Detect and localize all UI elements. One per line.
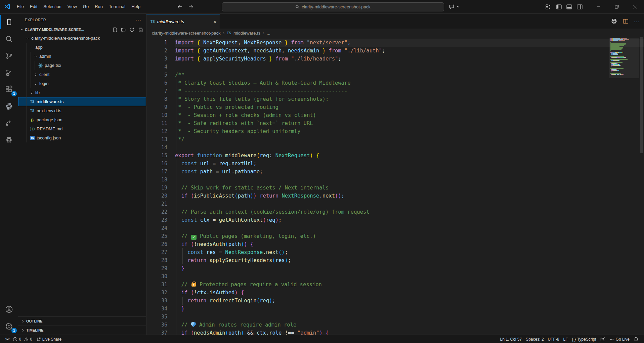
line-content[interactable]: import { NextRequest, NextResponse } fro… [175, 39, 644, 47]
tree-item-README.md[interactable]: ⓘREADME.md [18, 124, 146, 133]
tree-item-app[interactable]: app [18, 43, 146, 52]
line-content[interactable]: // Parse auth context (cookie/session/ro… [175, 208, 644, 216]
toggle-secondary-sidebar-icon[interactable] [577, 4, 583, 10]
cursor-position[interactable]: Ln 1, Col 57 [498, 337, 524, 342]
line-number[interactable]: 16 [146, 160, 167, 168]
line-content[interactable]: export function middleware(req: NextRequ… [175, 152, 644, 160]
line-content[interactable]: * - Public vs protected routing [175, 103, 644, 111]
openai-icon[interactable] [611, 18, 617, 25]
live-share-status[interactable]: Live Share [34, 335, 63, 343]
line-number[interactable]: 18 [146, 176, 167, 184]
line-number[interactable]: 8 [146, 95, 167, 103]
line-number[interactable]: 10 [146, 111, 167, 119]
line-number[interactable]: 20 [146, 192, 167, 200]
line-content[interactable]: // Protected pages require a valid sessi… [175, 281, 644, 289]
line-number[interactable]: 27 [146, 248, 167, 256]
collapse-all-icon[interactable] [138, 27, 143, 32]
explorer-icon[interactable] [0, 14, 18, 31]
line-number[interactable]: 7 [146, 87, 167, 95]
grid-icon[interactable] [598, 337, 607, 342]
line-content[interactable] [175, 200, 644, 208]
menu-view[interactable]: View [65, 0, 80, 13]
line-content[interactable]: } [175, 264, 644, 272]
line-number[interactable]: 25 [146, 232, 167, 240]
eol-selector[interactable]: LF [561, 337, 570, 342]
line-number[interactable]: 1 [146, 39, 167, 47]
close-tab-icon[interactable]: × [213, 19, 216, 25]
line-content[interactable]: // ✓ Public pages (marketing, login, etc… [175, 232, 644, 240]
openai-icon[interactable] [0, 131, 18, 148]
line-number[interactable]: 23 [146, 216, 167, 224]
code-editor[interactable]: 1import { NextRequest, NextResponse } fr… [146, 37, 644, 335]
line-content[interactable]: // Skip work for static assets / Next in… [175, 184, 644, 192]
search-big-icon[interactable] [0, 31, 18, 47]
back-arrow-icon[interactable] [177, 4, 183, 9]
breadcrumb-more[interactable]: ... [267, 31, 270, 36]
line-content[interactable]: return applySecurityHeaders(res); [175, 256, 644, 264]
line-content[interactable]: const res = NextResponse.next(); [175, 248, 644, 256]
workspace-section-header[interactable]: CLARITY-MIDDLEWARE-SCREE... [18, 26, 146, 34]
line-number[interactable]: 12 [146, 127, 167, 135]
outline-section[interactable]: OUTLINE [18, 316, 146, 326]
new-file-icon[interactable] [113, 27, 118, 32]
timeline-section[interactable]: TIMELINE [18, 326, 146, 335]
line-number[interactable]: 34 [146, 305, 167, 313]
line-content[interactable]: * - Session + role checks (admin vs clie… [175, 111, 644, 119]
customize-layout-icon[interactable] [546, 4, 551, 10]
run-debug-icon[interactable] [0, 64, 18, 81]
line-content[interactable]: if (!needsAuth(path)) { [175, 240, 644, 248]
line-content[interactable]: import { applySecurityHeaders } from "./… [175, 55, 644, 63]
line-content[interactable]: import { getAuthContext, needsAuth, need… [175, 47, 644, 55]
line-number[interactable]: 30 [146, 272, 167, 281]
minimap[interactable] [610, 38, 639, 75]
tree-item-package.json[interactable]: {}package.json [18, 115, 146, 124]
encoding[interactable]: UTF-8 [546, 337, 561, 342]
line-number[interactable]: 17 [146, 168, 167, 176]
problems-indicator[interactable]: 0 0 [11, 335, 34, 343]
menu-selection[interactable]: Selection [40, 0, 64, 13]
tree-item-admin[interactable]: admin [18, 52, 146, 61]
python-icon[interactable] [0, 98, 18, 115]
line-number[interactable]: 33 [146, 297, 167, 305]
line-number[interactable]: 11 [146, 119, 167, 127]
scrollbar-slider[interactable] [640, 37, 643, 153]
source-control-icon[interactable] [0, 47, 18, 64]
indentation[interactable]: Spaces: 2 [524, 337, 546, 342]
toggle-sidebar-icon[interactable] [556, 4, 562, 10]
menu-go[interactable]: Go [80, 0, 92, 13]
tree-item-login[interactable]: login [18, 79, 146, 88]
line-content[interactable]: if (needsAdmin(path) && ctx.role !== "ad… [175, 329, 644, 335]
tree-item-next-env.d.ts[interactable]: TSnext-env.d.ts [18, 106, 146, 115]
tree-item-client[interactable]: client [18, 70, 146, 79]
forward-arrow-icon[interactable] [188, 4, 194, 9]
line-content[interactable] [175, 143, 644, 152]
live-share-icon[interactable] [0, 115, 18, 131]
restore-icon[interactable] [608, 0, 626, 13]
toggle-panel-icon[interactable] [566, 4, 572, 10]
notifications-bell[interactable] [632, 337, 641, 342]
line-content[interactable]: return redirectToLogin(req); [175, 297, 644, 305]
line-content[interactable]: // Admin routes require admin role [175, 321, 644, 329]
line-number[interactable]: 24 [146, 224, 167, 232]
line-content[interactable] [175, 224, 644, 232]
new-folder-icon[interactable] [121, 27, 126, 32]
line-number[interactable]: 9 [146, 103, 167, 111]
line-content[interactable]: * - Security headers applied uniformly [175, 127, 644, 135]
go-live[interactable]: Go Live [607, 337, 632, 342]
line-content[interactable] [175, 63, 644, 71]
language-mode[interactable]: { } TypeScript [570, 337, 598, 342]
line-number[interactable]: 32 [146, 289, 167, 297]
accounts-icon[interactable] [0, 301, 18, 318]
line-number[interactable]: 21 [146, 200, 167, 208]
line-content[interactable]: * - Safe redirects with `next=` return U… [175, 119, 644, 127]
line-content[interactable] [175, 313, 644, 321]
line-number[interactable]: 2 [146, 47, 167, 55]
tree-item-tsconfig.json[interactable]: TStsconfig.json [18, 133, 146, 142]
split-editor-icon[interactable] [623, 18, 629, 24]
tab-middleware[interactable]: TS middleware.ts × [146, 14, 220, 29]
line-number[interactable]: 3 [146, 55, 167, 63]
tree-item-page.tsx[interactable]: page.tsx [18, 61, 146, 70]
line-content[interactable]: } [175, 305, 644, 313]
line-number[interactable]: 26 [146, 240, 167, 248]
line-number[interactable]: 15 [146, 152, 167, 160]
